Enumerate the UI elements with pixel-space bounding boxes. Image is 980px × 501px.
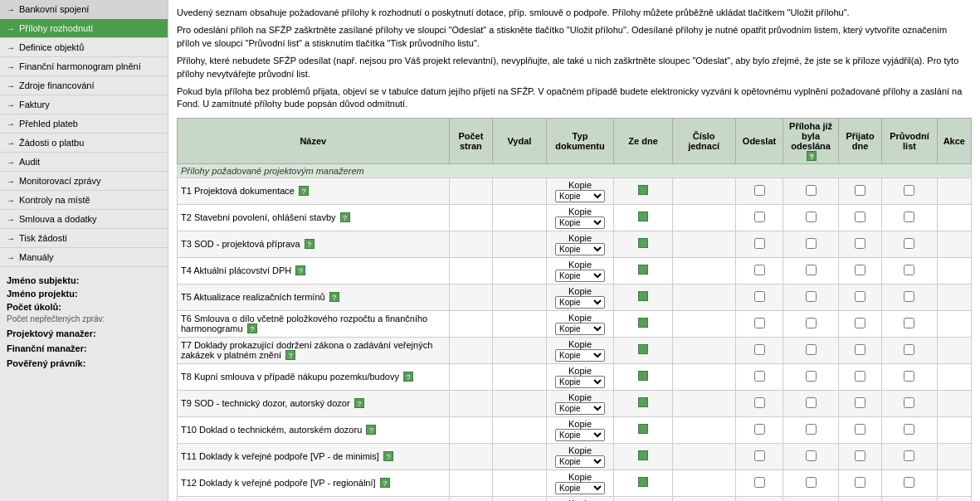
calendar-icon[interactable] [638,212,648,221]
prijato-checkbox[interactable] [855,238,865,249]
pruvodnil-checkbox[interactable] [904,397,914,408]
odeslat-checkbox[interactable] [754,212,765,222]
sidebar-item-kontroly-na-mst[interactable]: →Kontroly na místě [0,191,168,210]
prijato-checkbox[interactable] [855,424,865,435]
sidebar-item-zdroje-financovn[interactable]: →Zdroje financování [0,76,168,95]
odeslat-checkbox[interactable] [754,265,765,275]
sidebar-item-finann-harmonogram-plnn[interactable]: →Finanční harmonogram plnění [0,57,168,76]
calendar-icon[interactable] [638,477,648,487]
sidebar-item-manualy[interactable]: → Manuály [0,248,168,267]
sidebar-item-plohy-rozhodnut[interactable]: →Přílohy rozhodnutí [0,19,168,38]
help-icon-row[interactable]: ? [340,212,350,222]
calendar-icon[interactable] [638,185,648,195]
jiz-odeslana-checkbox[interactable] [806,291,817,302]
calendar-icon[interactable] [638,238,648,248]
prijato-checkbox[interactable] [855,450,865,461]
jiz-odeslana-checkbox[interactable] [806,397,817,408]
pruvodnil-checkbox[interactable] [904,212,914,222]
calendar-icon[interactable] [638,344,648,354]
jiz-odeslana-checkbox[interactable] [806,212,817,222]
odeslat-checkbox[interactable] [754,424,765,435]
pruvodnil-checkbox[interactable] [904,265,914,275]
sidebar-item-pehled-plateb[interactable]: →Přehled plateb [0,114,168,134]
prijato-checkbox[interactable] [855,318,865,328]
sidebar-item-faktury[interactable]: →Faktury [0,95,168,114]
jiz-odeslana-checkbox[interactable] [806,185,817,196]
typ-select[interactable]: KopieOriginál [555,376,605,388]
pruvodnil-checkbox[interactable] [904,185,914,196]
typ-select[interactable]: KopieOriginál [555,323,605,335]
prijato-checkbox[interactable] [855,477,865,488]
calendar-icon[interactable] [638,450,648,460]
typ-select[interactable]: KopieOriginál [555,349,605,362]
pruvodnil-checkbox[interactable] [904,371,914,382]
help-icon-row[interactable]: ? [380,478,390,488]
pruvodnil-checkbox[interactable] [904,238,914,249]
typ-select[interactable]: KopieOriginál [555,455,605,468]
typ-select[interactable]: KopieOriginál [555,482,605,494]
help-icon-row[interactable]: ? [366,425,376,435]
typ-select[interactable]: KopieOriginál [555,243,605,255]
calendar-icon[interactable] [638,424,648,434]
help-icon-row[interactable]: ? [403,372,413,382]
odeslat-checkbox[interactable] [754,344,765,355]
calendar-icon[interactable] [638,265,648,275]
jiz-odeslana-checkbox[interactable] [806,318,817,328]
typ-select[interactable]: KopieOriginál [555,270,605,282]
sidebar-item-smlouva-a-dodatky[interactable]: →Smlouva a dodatky [0,210,168,229]
typ-select[interactable]: KopieOriginál [555,402,605,415]
help-icon-row[interactable]: ? [285,350,295,360]
help-icon-row[interactable]: ? [305,239,314,249]
sidebar-item-definice-objekt[interactable]: →Definice objektů [0,38,168,57]
jiz-odeslana-checkbox[interactable] [806,238,817,249]
help-icon-row[interactable]: ? [295,265,305,275]
prijato-checkbox[interactable] [855,371,865,382]
sidebar-item-monitorovac-zprvy[interactable]: →Monitorovací zprávy [0,172,168,191]
calendar-icon[interactable] [638,397,648,407]
odeslat-checkbox[interactable] [754,477,765,488]
odeslat-checkbox[interactable] [754,397,765,408]
calendar-icon[interactable] [638,318,648,328]
sidebar-item-bankovn-spojen[interactable]: →Bankovní spojení [0,0,168,19]
prijato-checkbox[interactable] [855,397,865,408]
help-icon-row[interactable]: ? [329,292,339,302]
jiz-odeslana-checkbox[interactable] [806,477,817,488]
typ-select[interactable]: KopieOriginál [555,216,605,229]
help-icon-row[interactable]: ? [383,451,393,461]
sidebar-item-dosti-o-platbu[interactable]: →Žádosti o platbu [0,134,168,153]
prijato-checkbox[interactable] [855,344,865,355]
jiz-odeslana-checkbox[interactable] [806,424,817,435]
calendar-icon[interactable] [638,291,648,301]
odeslat-checkbox[interactable] [754,185,765,196]
typ-select[interactable]: KopieOriginál [555,296,605,309]
help-icon-row[interactable]: ? [354,398,364,408]
pruvodnil-checkbox[interactable] [904,291,914,302]
typ-select[interactable]: KopieOriginál [555,429,605,441]
pruvodnil-checkbox[interactable] [904,344,914,355]
prijato-checkbox[interactable] [855,265,865,275]
odeslat-checkbox[interactable] [754,238,765,249]
odeslat-checkbox[interactable] [754,371,765,382]
typ-select[interactable]: KopieOriginál [555,190,605,202]
sidebar-item-audit[interactable]: →Audit [0,153,168,172]
sidebar-item-tisk-dosti[interactable]: →Tisk žádosti [0,229,168,248]
jiz-odeslana-checkbox[interactable] [806,344,817,355]
jiz-odeslana-checkbox[interactable] [806,450,817,461]
pruvodnil-checkbox[interactable] [904,424,914,435]
odeslat-checkbox[interactable] [754,318,765,328]
prijato-checkbox[interactable] [855,212,865,222]
help-icon-odeslana[interactable]: ? [807,151,817,161]
help-icon-row[interactable]: ? [299,186,309,196]
pruvodnil-checkbox[interactable] [904,450,914,461]
row-typ: Kopie KopieOriginál [546,284,614,310]
calendar-icon[interactable] [638,371,648,381]
prijato-checkbox[interactable] [855,185,865,196]
jiz-odeslana-checkbox[interactable] [806,371,817,382]
odeslat-checkbox[interactable] [754,450,765,461]
help-icon-row[interactable]: ? [247,323,257,333]
jiz-odeslana-checkbox[interactable] [806,265,817,275]
odeslat-checkbox[interactable] [754,291,765,302]
pruvodnil-checkbox[interactable] [904,318,914,328]
pruvodnil-checkbox[interactable] [904,477,914,488]
prijato-checkbox[interactable] [855,291,865,302]
